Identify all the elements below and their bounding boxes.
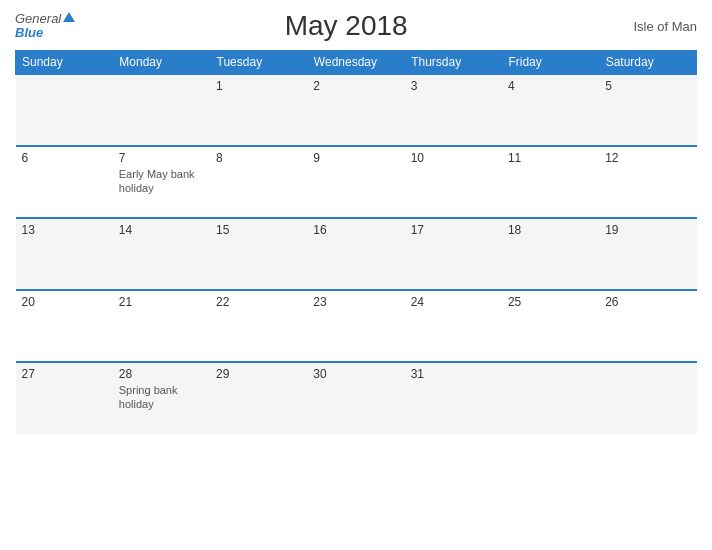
calendar-day-cell: 26 [599, 290, 696, 362]
day-number: 21 [119, 295, 204, 309]
day-number: 6 [22, 151, 107, 165]
weekday-header-row: Sunday Monday Tuesday Wednesday Thursday… [16, 51, 697, 75]
day-number: 29 [216, 367, 301, 381]
header-thursday: Thursday [405, 51, 502, 75]
day-number: 31 [411, 367, 496, 381]
day-number: 7 [119, 151, 204, 165]
day-event: Early May bank holiday [119, 168, 195, 194]
calendar-day-cell [502, 362, 599, 434]
logo-triangle-icon [63, 12, 75, 22]
day-number: 22 [216, 295, 301, 309]
calendar-day-cell: 12 [599, 146, 696, 218]
header-saturday: Saturday [599, 51, 696, 75]
calendar-day-cell: 3 [405, 74, 502, 146]
logo: General Blue [15, 12, 75, 41]
logo-blue-text: Blue [15, 26, 75, 40]
calendar-day-cell: 1 [210, 74, 307, 146]
calendar-header: General Blue May 2018 Isle of Man [15, 10, 697, 42]
day-number: 2 [313, 79, 398, 93]
calendar-day-cell: 5 [599, 74, 696, 146]
day-number: 8 [216, 151, 301, 165]
day-number: 16 [313, 223, 398, 237]
calendar-week-row: 12345 [16, 74, 697, 146]
day-number: 5 [605, 79, 690, 93]
day-number: 11 [508, 151, 593, 165]
calendar-day-cell: 19 [599, 218, 696, 290]
calendar-table: Sunday Monday Tuesday Wednesday Thursday… [15, 50, 697, 434]
calendar-day-cell: 2 [307, 74, 404, 146]
calendar-day-cell: 22 [210, 290, 307, 362]
calendar-day-cell: 17 [405, 218, 502, 290]
day-number: 18 [508, 223, 593, 237]
day-number: 9 [313, 151, 398, 165]
day-number: 27 [22, 367, 107, 381]
calendar-body: 1234567Early May bank holiday89101112131… [16, 74, 697, 434]
calendar-day-cell: 11 [502, 146, 599, 218]
calendar-day-cell: 6 [16, 146, 113, 218]
region-label: Isle of Man [617, 19, 697, 34]
header-wednesday: Wednesday [307, 51, 404, 75]
calendar-day-cell: 8 [210, 146, 307, 218]
calendar-day-cell: 20 [16, 290, 113, 362]
calendar-day-cell: 10 [405, 146, 502, 218]
calendar-day-cell: 7Early May bank holiday [113, 146, 210, 218]
calendar-week-row: 2728Spring bank holiday293031 [16, 362, 697, 434]
calendar-day-cell: 28Spring bank holiday [113, 362, 210, 434]
header-sunday: Sunday [16, 51, 113, 75]
day-number: 1 [216, 79, 301, 93]
day-number: 13 [22, 223, 107, 237]
calendar-container: General Blue May 2018 Isle of Man Sunday… [0, 0, 712, 550]
calendar-week-row: 20212223242526 [16, 290, 697, 362]
calendar-day-cell: 21 [113, 290, 210, 362]
day-number: 14 [119, 223, 204, 237]
day-number: 12 [605, 151, 690, 165]
day-number: 17 [411, 223, 496, 237]
calendar-day-cell [113, 74, 210, 146]
header-monday: Monday [113, 51, 210, 75]
calendar-day-cell: 18 [502, 218, 599, 290]
calendar-day-cell: 9 [307, 146, 404, 218]
calendar-day-cell: 25 [502, 290, 599, 362]
day-number: 30 [313, 367, 398, 381]
day-number: 23 [313, 295, 398, 309]
calendar-week-row: 67Early May bank holiday89101112 [16, 146, 697, 218]
day-number: 26 [605, 295, 690, 309]
calendar-week-row: 13141516171819 [16, 218, 697, 290]
header-friday: Friday [502, 51, 599, 75]
calendar-day-cell: 16 [307, 218, 404, 290]
day-number: 15 [216, 223, 301, 237]
calendar-day-cell: 29 [210, 362, 307, 434]
calendar-day-cell: 13 [16, 218, 113, 290]
calendar-day-cell [16, 74, 113, 146]
calendar-day-cell: 14 [113, 218, 210, 290]
month-title: May 2018 [75, 10, 617, 42]
calendar-day-cell: 4 [502, 74, 599, 146]
logo-general-text: General [15, 12, 75, 26]
day-number: 25 [508, 295, 593, 309]
calendar-day-cell: 15 [210, 218, 307, 290]
calendar-day-cell [599, 362, 696, 434]
day-number: 4 [508, 79, 593, 93]
day-number: 19 [605, 223, 690, 237]
day-number: 20 [22, 295, 107, 309]
calendar-day-cell: 31 [405, 362, 502, 434]
day-number: 3 [411, 79, 496, 93]
calendar-day-cell: 23 [307, 290, 404, 362]
day-event: Spring bank holiday [119, 384, 178, 410]
calendar-day-cell: 30 [307, 362, 404, 434]
day-number: 28 [119, 367, 204, 381]
calendar-day-cell: 27 [16, 362, 113, 434]
day-number: 24 [411, 295, 496, 309]
day-number: 10 [411, 151, 496, 165]
calendar-day-cell: 24 [405, 290, 502, 362]
calendar-header-row: Sunday Monday Tuesday Wednesday Thursday… [16, 51, 697, 75]
header-tuesday: Tuesday [210, 51, 307, 75]
